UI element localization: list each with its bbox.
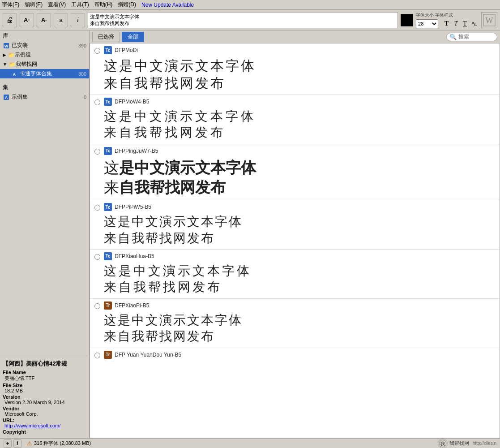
- font-content-dfpyuan: Tr DFP Yuan YuanDou Yun-B5: [104, 351, 495, 362]
- menu-donate[interactable]: 捐赠(D): [118, 1, 136, 9]
- font-entry-dfpxiaopi: Tr DFPXiaoPi-B5 这是中文演示文本字体来自我帮找网发布: [90, 299, 500, 348]
- font-name-header-dfpyuan: Tr DFP Yuan YuanDou Yun-B5: [104, 351, 495, 359]
- font-preview-dfpmow4: 这是中文演示文本字体来自我帮找网发布: [104, 108, 495, 141]
- example-collection-label: 示例集: [12, 93, 28, 101]
- font-content-dfpxiaopi: Tr DFPXiaoPi-B5 这是中文演示文本字体来自我帮找网发布: [104, 302, 495, 345]
- font-type-icon-dfpxiaopi: Tr: [104, 302, 112, 310]
- reset-font-button[interactable]: a: [54, 13, 68, 27]
- search-box: 🔍: [446, 33, 497, 41]
- font-name-header-dfpmodi: Tc DFPMoDi: [104, 46, 495, 54]
- preview-text-input[interactable]: 这是中文演示文本字体 来自我帮找网发布: [88, 12, 398, 28]
- font-radio-dfppingju[interactable]: [94, 149, 100, 155]
- watermark-logo: 我 我帮找网: [438, 439, 469, 448]
- font-preview-dfppingju: 这是中文演示文本字体 来自我帮找网发布: [104, 158, 495, 197]
- font-radio-dfpxiaopi[interactable]: [94, 303, 100, 309]
- font-display-name: 【阿西】美丽心情42常规: [3, 360, 86, 368]
- font-radio-dfppipip[interactable]: [94, 205, 100, 211]
- file-size-label: File Size: [3, 383, 86, 388]
- font-name-header-dfpmow4: Tc DFPMoW4-B5: [104, 98, 495, 106]
- sidebar: 库 W 已安装 390 ▶ 📁 示例组 ▼ 📁 我帮找网 A 卡通字体合集 30…: [0, 30, 90, 438]
- font-count-text: 316 种字体 (2,080.83 MB): [34, 440, 91, 447]
- underline-button[interactable]: T: [461, 19, 469, 28]
- font-preview-dfpxiaopi: 这是中文演示文本字体来自我帮找网发布: [104, 312, 495, 345]
- example-collection-count: 0: [84, 95, 86, 100]
- font-name-dfpyuan: DFP Yuan YuanDou Yun-B5: [115, 352, 181, 358]
- sidebar-item-installed[interactable]: W 已安装 390: [0, 41, 89, 50]
- font-name-dfpmow4: DFPMoW4-B5: [115, 99, 149, 105]
- file-name-value: 美丽心情.TTF: [4, 375, 86, 382]
- font-content-dfppingju: Tc DFPPingJuW7-B5 这是中文演示文本字体 来自我帮找网发布: [104, 147, 495, 197]
- font-type-icon-dfppipip: Tc: [104, 203, 112, 211]
- font-name-header-dfppipip: Tc DFPPiPiW5-B5: [104, 203, 495, 211]
- font-type-icon-dfpyuan: Tr: [104, 351, 112, 359]
- file-size-value: 18.2 MB: [4, 388, 86, 393]
- url-value: http://www.microsoft.com/: [4, 423, 86, 428]
- add-font-button[interactable]: +: [4, 439, 12, 448]
- tab-selected[interactable]: 已选择: [92, 32, 120, 42]
- info-font-button[interactable]: i: [13, 439, 21, 448]
- example-group-label: 示例组: [15, 51, 31, 59]
- library-label: 库: [0, 30, 89, 41]
- tab-all[interactable]: 全部: [122, 32, 144, 42]
- file-name-label: File Name: [3, 370, 86, 375]
- font-entry-dfppingju: Tc DFPPingJuW7-B5 这是中文演示文本字体 来自我帮找网发布: [90, 144, 500, 200]
- small-caps-button[interactable]: ªa: [470, 20, 479, 27]
- main-area: 库 W 已安装 390 ▶ 📁 示例组 ▼ 📁 我帮找网 A 卡通字体合集 30…: [0, 30, 500, 438]
- sidebar-item-example-collection[interactable]: A 示例集 0: [0, 92, 89, 102]
- increase-font-button[interactable]: A+: [20, 13, 34, 27]
- content-area: 已选择 全部 🔍 Tc DFPMoDi 这是中文演示文本字体来自我帮找网发布: [90, 30, 500, 438]
- svg-text:A: A: [13, 72, 16, 77]
- font-radio-dfpyuan[interactable]: [94, 353, 100, 358]
- preview-bold-part2: 自我帮找网发布: [119, 179, 226, 196]
- menu-font[interactable]: 字体(F): [2, 1, 19, 9]
- font-radio-dfpmodi[interactable]: [94, 48, 100, 54]
- triangle-down-icon: ▼: [3, 62, 7, 67]
- menubar: 字体(F) 编辑(E) 查看(V) 工具(T) 帮助(H) 捐赠(D) New …: [0, 0, 500, 10]
- sidebar-group-example[interactable]: ▶ 📁 示例组: [0, 50, 89, 60]
- wobang-folder-icon: 📁: [9, 61, 16, 68]
- search-input[interactable]: [458, 34, 494, 40]
- svg-text:我: 我: [440, 441, 445, 446]
- font-name-dfpxiaohua: DFPXiaoHua-B5: [115, 253, 154, 259]
- statusbar-right: 我 我帮找网 http://xiles.n: [438, 439, 496, 448]
- search-icon: 🔍: [449, 34, 457, 40]
- font-type-icon-dfpmodi: Tc: [104, 46, 112, 54]
- decrease-font-button[interactable]: A-: [37, 13, 51, 27]
- font-content-dfpmow4: Tc DFPMoW4-B5 这是中文演示文本字体来自我帮找网发布: [104, 98, 495, 141]
- url-label: URL:: [3, 418, 86, 423]
- bold-button[interactable]: T: [443, 19, 450, 28]
- font-name-header-dfppingju: Tc DFPPingJuW7-B5: [104, 147, 495, 155]
- sidebar-item-cartoon[interactable]: A 卡通字体合集 300: [0, 69, 89, 78]
- print-button[interactable]: 🖨: [3, 13, 17, 27]
- font-size-select[interactable]: 8101214 16182024 28364872: [416, 19, 438, 28]
- italic-button[interactable]: T: [452, 19, 459, 28]
- color-picker[interactable]: [401, 14, 413, 26]
- preview-normal-part2: 来: [104, 179, 119, 196]
- sidebar-group-wobang[interactable]: ▼ 📁 我帮找网: [0, 60, 89, 69]
- font-radio-dfpxiaohua[interactable]: [94, 254, 100, 260]
- cartoon-count: 300: [78, 71, 86, 77]
- installed-label: 已安装: [12, 42, 28, 49]
- menu-tools[interactable]: 工具(T): [71, 1, 89, 9]
- collection-label: 集: [0, 82, 89, 92]
- font-entry-dfpxiaohua: Tc DFPXiaoHua-B5 这是中文演示文本字体来自我帮找网发布: [90, 250, 500, 299]
- menu-edit[interactable]: 编辑(E): [25, 1, 43, 9]
- logo-url: http://xiles.n: [473, 441, 496, 446]
- installed-count: 390: [78, 43, 86, 48]
- watermark-button[interactable]: W: [481, 12, 497, 28]
- statusbar-left: + i ⚠ 316 种字体 (2,080.83 MB): [4, 439, 91, 448]
- menu-help[interactable]: 帮助(H): [94, 1, 113, 9]
- font-preview-dfpxiaohua: 这是中文演示文本字体来自我帮找网发布: [104, 263, 495, 296]
- font-content-dfpxiaohua: Tc DFPXiaoHua-B5 这是中文演示文本字体来自我帮找网发布: [104, 252, 495, 296]
- font-radio-dfpmow4[interactable]: [94, 99, 100, 105]
- example-collection-icon: A: [3, 94, 10, 101]
- toolbar: 🖨 A+ A- a i 这是中文演示文本字体 来自我帮找网发布 字体大小 字体样…: [0, 10, 500, 30]
- url-link[interactable]: http://www.microsoft.com/: [4, 423, 60, 428]
- font-type-icon-dfpxiaohua: Tc: [104, 252, 112, 260]
- info-button[interactable]: i: [71, 13, 85, 27]
- triangle-icon: ▶: [3, 52, 6, 57]
- font-name-dfpxiaopi: DFPXiaoPi-B5: [115, 302, 149, 309]
- menu-view[interactable]: 查看(V): [48, 1, 66, 9]
- font-content-dfpmodi: Tc DFPMoDi 这是中文演示文本字体来自我帮找网发布: [104, 46, 495, 92]
- vendor-label: Vendor: [3, 406, 86, 411]
